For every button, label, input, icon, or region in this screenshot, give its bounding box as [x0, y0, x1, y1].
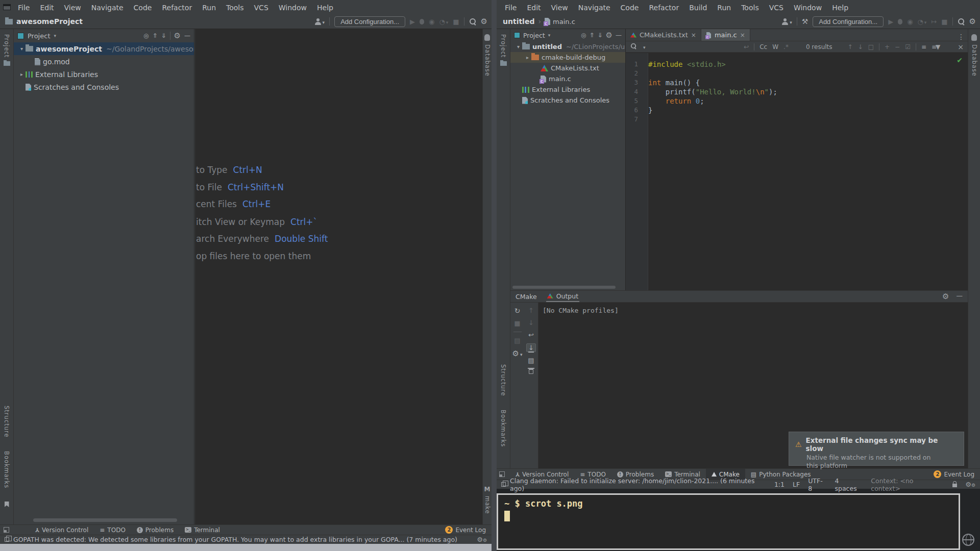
- attach-process-icon[interactable]: [931, 18, 937, 25]
- todo-button[interactable]: TODO: [94, 525, 131, 535]
- sync-settings-icon[interactable]: [477, 536, 487, 543]
- tree-item-cmakelists-txt[interactable]: CMakeLists.txt: [510, 63, 625, 73]
- tree-item-scratches-and-consoles[interactable]: Scratches and Consoles: [14, 81, 194, 93]
- project-panel-title[interactable]: Project: [28, 32, 50, 40]
- locate-icon[interactable]: [143, 32, 149, 39]
- menu-refactor[interactable]: Refactor: [157, 4, 197, 12]
- add-configuration-button[interactable]: Add Configuration...: [813, 16, 884, 27]
- print-icon[interactable]: [528, 357, 534, 364]
- user-icon[interactable]: [314, 18, 325, 25]
- tab-database[interactable]: Database: [484, 44, 491, 77]
- close-find-bar-icon[interactable]: [958, 43, 964, 51]
- cmake-settings-icon[interactable]: [942, 292, 949, 301]
- stop-icon[interactable]: [941, 18, 947, 25]
- menu-edit[interactable]: Edit: [522, 4, 546, 12]
- tab-project[interactable]: Project: [500, 34, 507, 58]
- menu-navigate[interactable]: Navigate: [573, 4, 616, 12]
- tab-options-icon[interactable]: [958, 32, 965, 41]
- tab-project[interactable]: Project: [3, 34, 10, 58]
- menu-vcs[interactable]: VCS: [249, 4, 274, 12]
- menu-code[interactable]: Code: [129, 4, 157, 12]
- terminal-window[interactable]: ~ $ scrot s.png: [497, 493, 960, 550]
- tree-item-awesomeproject[interactable]: ▾awesomeProject~/GolandProjects/awesomeP…: [14, 42, 194, 55]
- tab-main-c[interactable]: main.c ×: [701, 29, 750, 41]
- tree-item-cmake-build-debug[interactable]: ▸cmake-build-debug: [510, 52, 625, 63]
- tree-item-external-libraries[interactable]: ▸External Libraries: [14, 68, 194, 81]
- menu-window[interactable]: Window: [274, 4, 312, 12]
- chevron-down-icon[interactable]: ▾: [514, 44, 522, 49]
- coverage-icon[interactable]: [429, 18, 434, 25]
- add-occurrence-icon[interactable]: [885, 43, 890, 51]
- chevron-down-icon[interactable]: ▾: [54, 33, 56, 38]
- menu-navigate[interactable]: Navigate: [86, 4, 129, 12]
- filter-lines-icon[interactable]: [921, 43, 926, 51]
- menu-run[interactable]: Run: [197, 4, 221, 12]
- previous-occurrence-icon[interactable]: [848, 43, 853, 51]
- breadcrumb-file[interactable]: main.c: [553, 18, 575, 26]
- version-control-button[interactable]: YVersion Control: [30, 525, 94, 535]
- locate-icon[interactable]: [581, 32, 586, 39]
- event-log-button[interactable]: 2 Event Log: [439, 525, 492, 535]
- search-everywhere-icon[interactable]: [469, 18, 476, 25]
- menu-view[interactable]: View: [546, 4, 573, 12]
- toggle-occurrence-icon[interactable]: [905, 43, 911, 51]
- line-ending[interactable]: LF: [793, 481, 800, 488]
- menu-help[interactable]: Help: [827, 4, 853, 12]
- cmake-gear-icon[interactable]: [512, 349, 523, 358]
- add-configuration-button[interactable]: Add Configuration...: [334, 16, 405, 27]
- filter-options-icon[interactable]: ▼: [932, 43, 939, 51]
- toolwindow-corner-icon[interactable]: [499, 471, 505, 477]
- tab-bookmarks[interactable]: Bookmarks: [3, 451, 10, 488]
- panel-settings-icon[interactable]: [174, 31, 181, 40]
- scroll-to-end-icon[interactable]: [526, 343, 536, 352]
- file-encoding[interactable]: UTF-8: [808, 477, 826, 492]
- chevron-right-icon[interactable]: ▸: [18, 71, 26, 77]
- menu-run[interactable]: Run: [712, 4, 736, 12]
- expand-all-icon[interactable]: [589, 32, 594, 39]
- soft-wrap-icon[interactable]: [528, 331, 534, 339]
- code-area[interactable]: 1#include <stdio.h>23int main() {4 print…: [626, 53, 968, 290]
- collapse-all-icon[interactable]: [597, 32, 602, 39]
- terminal-button[interactable]: >_Terminal: [179, 525, 226, 535]
- tree-item-main-c[interactable]: main.c: [510, 73, 625, 84]
- menu-tools[interactable]: Tools: [221, 4, 249, 12]
- remove-occurrence-icon[interactable]: [895, 43, 900, 51]
- search-history-icon[interactable]: [642, 43, 646, 51]
- menu-file[interactable]: File: [13, 4, 35, 12]
- bookmark-icon[interactable]: [5, 502, 9, 507]
- project-toolwindow-icon[interactable]: [500, 61, 507, 66]
- horizontal-scrollbar[interactable]: [33, 518, 177, 522]
- collapse-all-icon[interactable]: [161, 32, 166, 39]
- toolwindow-corner-icon[interactable]: [4, 527, 9, 533]
- indent-setting[interactable]: 4 spaces: [835, 477, 863, 492]
- cmake-panel-title[interactable]: CMake: [516, 293, 537, 300]
- hide-panel-icon[interactable]: [184, 32, 190, 39]
- menu-edit[interactable]: Edit: [35, 4, 59, 12]
- menu-view[interactable]: View: [59, 4, 86, 12]
- tab-structure[interactable]: Structure: [3, 406, 10, 438]
- profiler-icon[interactable]: [439, 18, 448, 25]
- chevron-down-icon[interactable]: ▾: [548, 33, 551, 38]
- expand-all-icon[interactable]: [152, 32, 157, 39]
- tab-make[interactable]: M make: [484, 486, 491, 514]
- project-toolwindow-icon[interactable]: [4, 61, 10, 66]
- tree-item-external-libraries[interactable]: External Libraries: [510, 84, 625, 95]
- close-icon[interactable]: ×: [691, 32, 696, 39]
- breadcrumb-project[interactable]: untitled: [503, 17, 534, 26]
- search-everywhere-icon[interactable]: [958, 18, 965, 25]
- run-icon[interactable]: [888, 18, 893, 25]
- tab-database[interactable]: Database: [971, 44, 978, 77]
- menu-build[interactable]: Build: [684, 4, 712, 12]
- newline-icon[interactable]: [744, 43, 749, 51]
- status-message[interactable]: Clang daemon: Failed to initialize serve…: [510, 477, 770, 492]
- run-icon[interactable]: [410, 18, 415, 25]
- menu-code[interactable]: Code: [616, 4, 644, 12]
- words-toggle[interactable]: W: [772, 43, 778, 51]
- settings-gear-icon[interactable]: [481, 18, 487, 26]
- tab-bookmarks[interactable]: Bookmarks: [500, 410, 507, 447]
- menu-window[interactable]: Window: [789, 4, 827, 12]
- clear-all-icon[interactable]: [529, 369, 533, 374]
- debug-icon[interactable]: [898, 19, 902, 24]
- tab-structure[interactable]: Structure: [500, 364, 507, 396]
- close-icon[interactable]: ×: [740, 32, 745, 39]
